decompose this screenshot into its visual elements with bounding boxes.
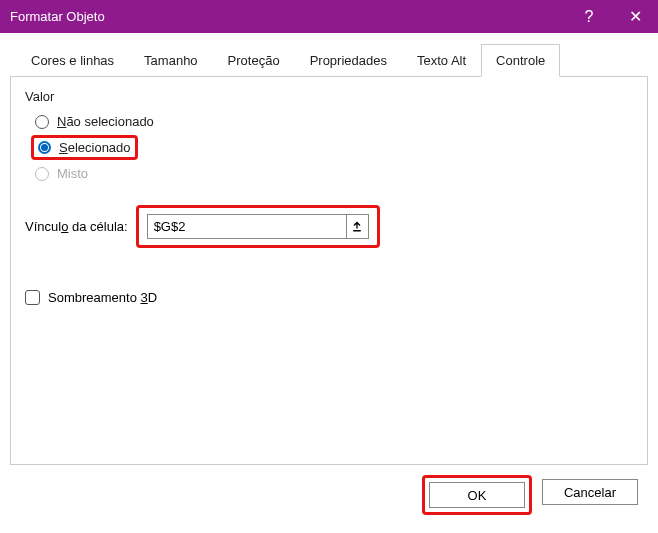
highlight-ok: OK <box>422 475 532 515</box>
radio-unselected[interactable]: Não selecionado <box>25 110 633 133</box>
close-button[interactable]: ✕ <box>612 0 658 33</box>
cancel-button[interactable]: Cancelar <box>542 479 638 505</box>
radio-selected-label: Selecionado <box>59 140 131 155</box>
tab-properties[interactable]: Propriedades <box>295 44 402 77</box>
cell-link-label: Vínculo da célula: <box>25 219 128 234</box>
titlebar: Formatar Objeto ? ✕ <box>0 0 658 33</box>
radio-mixed-label: Misto <box>57 166 88 181</box>
svg-rect-0 <box>353 230 361 232</box>
tab-alt-text[interactable]: Texto Alt <box>402 44 481 77</box>
dialog-title: Formatar Objeto <box>10 9 566 24</box>
highlight-selected: Selecionado <box>31 135 138 160</box>
value-group-label: Valor <box>25 89 633 104</box>
radio-icon-checked <box>38 141 51 154</box>
tab-colors-lines[interactable]: Cores e linhas <box>16 44 129 77</box>
radio-icon-disabled <box>35 167 49 181</box>
cell-link-row: Vínculo da célula: <box>25 205 633 248</box>
tab-content: Valor Não selecionado Selecionado Misto … <box>10 77 648 465</box>
help-button[interactable]: ? <box>566 0 612 33</box>
shading-3d-row[interactable]: Sombreamento 3D <box>25 290 633 305</box>
radio-icon <box>35 115 49 129</box>
collapse-dialog-button[interactable] <box>347 214 369 239</box>
dialog-body: Cores e linhas Tamanho Proteção Propried… <box>0 33 658 533</box>
ok-button[interactable]: OK <box>429 482 525 508</box>
collapse-icon <box>351 221 363 233</box>
radio-mixed: Misto <box>25 162 633 185</box>
cell-link-input[interactable] <box>147 214 347 239</box>
checkbox-icon <box>25 290 40 305</box>
tab-control[interactable]: Controle <box>481 44 560 77</box>
highlight-cell-link <box>136 205 380 248</box>
dialog-footer: OK Cancelar <box>10 465 648 525</box>
tab-strip: Cores e linhas Tamanho Proteção Propried… <box>10 43 648 77</box>
radio-selected[interactable]: Selecionado <box>38 140 131 155</box>
shading-3d-label: Sombreamento 3D <box>48 290 157 305</box>
tab-size[interactable]: Tamanho <box>129 44 212 77</box>
tab-protection[interactable]: Proteção <box>213 44 295 77</box>
radio-unselected-label: Não selecionado <box>57 114 154 129</box>
